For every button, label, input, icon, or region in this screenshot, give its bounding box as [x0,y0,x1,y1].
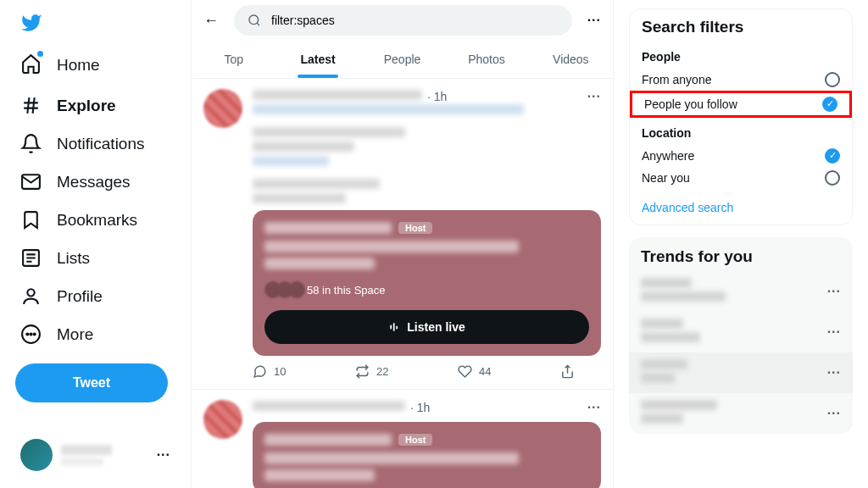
tab-people[interactable]: People [360,41,444,78]
tab-photos[interactable]: Photos [444,41,528,78]
bookmark-icon [20,209,42,230]
filter-from-anyone[interactable]: From anyone [642,69,840,91]
nav-home-label: Home [57,56,100,75]
filter-location-title: Location [642,126,840,140]
svg-point-6 [34,333,36,335]
trend-more-icon[interactable]: ··· [827,284,841,299]
search-more-icon[interactable]: ··· [587,13,601,28]
search-tabs: Top Latest People Photos Videos [192,41,613,79]
avatar [20,439,53,471]
tweet-text [253,156,329,166]
svg-point-2 [27,289,34,296]
filter-people-title: People [642,50,840,64]
radio-icon [825,72,840,87]
account-switcher[interactable]: ··· [10,432,181,478]
tweet-time: · 1h [410,401,430,414]
nav-lists[interactable]: Lists [10,239,181,277]
search-icon [248,14,261,27]
nav-bookmarks[interactable]: Bookmarks [10,201,181,239]
tweet-avatar[interactable] [203,400,242,439]
tweet-text [253,193,346,203]
right-column: Search filters People From anyone People… [614,0,868,488]
svg-point-5 [30,333,31,335]
advanced-search-link[interactable]: Advanced search [630,192,852,214]
nav-messages-label: Messages [57,173,131,191]
tweet-more-icon[interactable]: ··· [587,89,601,104]
tweet-author [253,90,422,100]
tab-latest[interactable]: Latest [275,41,359,78]
trend-item[interactable]: ··· [629,271,853,312]
nav-home[interactable]: Home [10,44,181,86]
tab-top[interactable]: Top [192,41,275,78]
reply-button[interactable]: 10 [253,364,286,379]
listener-avatars [264,281,300,298]
account-more-icon[interactable]: ··· [157,447,170,463]
tweet-text [253,127,405,137]
bell-icon [20,133,42,154]
audio-bars-icon [388,321,400,333]
tab-videos[interactable]: Videos [529,41,613,78]
list-icon [20,247,42,269]
svg-rect-10 [397,326,398,330]
nav-messages[interactable]: Messages [10,163,181,201]
nav-lists-label: Lists [57,249,90,268]
svg-rect-9 [393,323,395,330]
filters-title: Search filters [630,9,852,42]
tweet-actions: 10 22 44 [253,364,575,379]
tweet[interactable]: · 1h ··· Host [192,390,613,488]
filter-anywhere[interactable]: Anywhere [642,145,840,167]
host-badge: Host [398,434,432,446]
nav-more[interactable]: More [10,315,181,353]
search-header: ← ··· [192,0,613,41]
radio-icon [825,170,840,186]
nav-profile[interactable]: Profile [10,277,181,315]
tweet-text [253,104,524,114]
trend-more-icon[interactable]: ··· [827,406,841,421]
filter-near-you[interactable]: Near you [642,167,840,189]
feed: · 1h ··· Host [192,79,613,488]
svg-rect-8 [391,325,392,330]
nav-profile-label: Profile [57,287,103,306]
account-handle [61,458,103,466]
space-card[interactable]: Host [253,422,601,488]
tweet-text [253,179,380,189]
trend-more-icon[interactable]: ··· [827,324,841,340]
trend-item[interactable]: ··· [629,352,853,393]
twitter-logo-icon[interactable] [20,12,42,34]
trend-item[interactable]: ··· [629,393,853,434]
tweet[interactable]: · 1h ··· Host [192,79,613,390]
tweet-avatar[interactable] [203,89,242,128]
svg-point-7 [249,15,259,25]
back-arrow-icon[interactable]: ← [203,12,219,30]
nav-bookmarks-label: Bookmarks [57,211,137,230]
nav-explore-label: Explore [57,97,116,115]
space-listener-count: 58 in this Space [307,284,386,297]
nav-notifications-label: Notifications [57,135,145,153]
host-badge: Host [398,222,432,234]
hash-icon [20,95,42,116]
space-card[interactable]: Host 58 in this Space Listen live [253,210,601,356]
more-circle-icon [20,324,42,345]
filter-people-you-follow[interactable]: People you follow [630,91,852,118]
radio-checked-icon [825,148,840,164]
tweet-more-icon[interactable]: ··· [587,400,601,415]
trends-title: Trends for you [629,237,853,271]
listen-live-button[interactable]: Listen live [264,310,589,344]
trend-more-icon[interactable]: ··· [827,365,841,380]
trend-item[interactable]: ··· [629,312,853,352]
tweet-button[interactable]: Tweet [15,363,168,402]
search-filters-panel: Search filters People From anyone People… [629,8,853,225]
svg-point-4 [26,333,28,335]
mail-icon [20,171,42,192]
retweet-button[interactable]: 22 [355,364,388,379]
share-button[interactable] [560,364,575,379]
nav-explore[interactable]: Explore [10,86,181,125]
nav-notifications[interactable]: Notifications [10,125,181,163]
home-icon [20,53,42,74]
like-button[interactable]: 44 [458,364,491,379]
account-name [61,445,112,455]
search-input[interactable] [271,14,559,27]
person-icon [20,286,42,307]
main-column: ← ··· Top Latest People Photos Videos · … [191,0,614,488]
search-box[interactable] [234,5,572,36]
